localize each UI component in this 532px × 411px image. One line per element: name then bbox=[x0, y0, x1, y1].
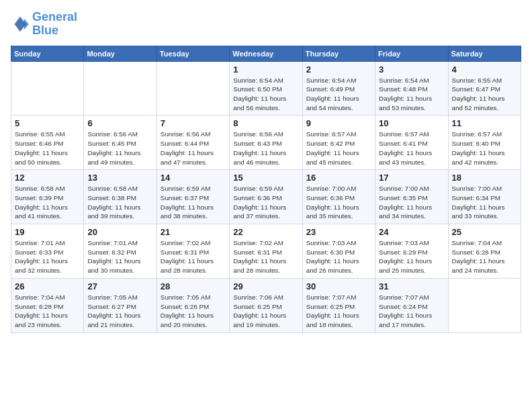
day-info: Sunrise: 6:54 AM Sunset: 6:48 PM Dayligh… bbox=[379, 76, 444, 113]
day-info: Sunrise: 7:07 AM Sunset: 6:25 PM Dayligh… bbox=[306, 293, 371, 330]
calendar-cell: 30Sunrise: 7:07 AM Sunset: 6:25 PM Dayli… bbox=[302, 278, 375, 332]
page-header: General Blue bbox=[11, 11, 521, 38]
day-number: 15 bbox=[233, 173, 298, 183]
day-number: 22 bbox=[233, 227, 298, 237]
logo-icon bbox=[11, 15, 30, 34]
day-info: Sunrise: 7:00 AM Sunset: 6:35 PM Dayligh… bbox=[379, 184, 444, 221]
day-number: 31 bbox=[379, 281, 444, 291]
weekday-header-tuesday: Tuesday bbox=[157, 46, 229, 61]
day-info: Sunrise: 7:03 AM Sunset: 6:30 PM Dayligh… bbox=[306, 238, 371, 275]
day-number: 4 bbox=[452, 64, 517, 75]
calendar-cell: 22Sunrise: 7:02 AM Sunset: 6:31 PM Dayli… bbox=[230, 224, 302, 279]
day-number: 10 bbox=[379, 118, 444, 128]
day-number: 5 bbox=[15, 118, 80, 128]
day-info: Sunrise: 6:59 AM Sunset: 6:36 PM Dayligh… bbox=[233, 184, 298, 221]
calendar-cell: 28Sunrise: 7:05 AM Sunset: 6:26 PM Dayli… bbox=[157, 278, 229, 332]
day-number: 24 bbox=[379, 227, 444, 237]
day-info: Sunrise: 6:55 AM Sunset: 6:46 PM Dayligh… bbox=[15, 130, 80, 167]
logo: General Blue bbox=[11, 11, 77, 38]
calendar-cell: 2Sunrise: 6:54 AM Sunset: 6:49 PM Daylig… bbox=[302, 61, 375, 116]
day-number: 21 bbox=[161, 227, 226, 237]
calendar-cell bbox=[448, 278, 521, 332]
day-info: Sunrise: 6:56 AM Sunset: 6:44 PM Dayligh… bbox=[161, 130, 226, 167]
calendar-cell: 3Sunrise: 6:54 AM Sunset: 6:48 PM Daylig… bbox=[375, 61, 448, 116]
weekday-header-monday: Monday bbox=[84, 46, 157, 61]
calendar-cell: 19Sunrise: 7:01 AM Sunset: 6:33 PM Dayli… bbox=[11, 224, 84, 279]
day-number: 11 bbox=[452, 118, 517, 128]
day-info: Sunrise: 6:56 AM Sunset: 6:43 PM Dayligh… bbox=[233, 130, 298, 167]
weekday-header-saturday: Saturday bbox=[448, 46, 521, 61]
day-info: Sunrise: 6:57 AM Sunset: 6:41 PM Dayligh… bbox=[379, 130, 444, 167]
calendar-cell: 1Sunrise: 6:54 AM Sunset: 6:50 PM Daylig… bbox=[230, 61, 302, 116]
day-number: 23 bbox=[306, 227, 371, 237]
day-info: Sunrise: 7:07 AM Sunset: 6:24 PM Dayligh… bbox=[379, 293, 444, 330]
day-info: Sunrise: 6:55 AM Sunset: 6:47 PM Dayligh… bbox=[452, 76, 517, 113]
day-number: 12 bbox=[15, 173, 80, 183]
day-info: Sunrise: 7:04 AM Sunset: 6:28 PM Dayligh… bbox=[15, 293, 80, 330]
day-info: Sunrise: 7:02 AM Sunset: 6:31 PM Dayligh… bbox=[233, 238, 298, 275]
calendar-cell: 20Sunrise: 7:01 AM Sunset: 6:32 PM Dayli… bbox=[84, 224, 157, 279]
calendar-cell: 17Sunrise: 7:00 AM Sunset: 6:35 PM Dayli… bbox=[375, 170, 448, 224]
calendar-cell: 8Sunrise: 6:56 AM Sunset: 6:43 PM Daylig… bbox=[230, 116, 302, 170]
day-info: Sunrise: 7:00 AM Sunset: 6:34 PM Dayligh… bbox=[452, 184, 517, 221]
day-info: Sunrise: 6:54 AM Sunset: 6:49 PM Dayligh… bbox=[306, 76, 371, 113]
day-info: Sunrise: 7:01 AM Sunset: 6:32 PM Dayligh… bbox=[87, 238, 152, 275]
day-info: Sunrise: 7:05 AM Sunset: 6:26 PM Dayligh… bbox=[161, 293, 226, 330]
calendar-cell: 24Sunrise: 7:03 AM Sunset: 6:29 PM Dayli… bbox=[375, 224, 448, 279]
day-number: 29 bbox=[233, 281, 298, 291]
day-info: Sunrise: 7:05 AM Sunset: 6:27 PM Dayligh… bbox=[87, 293, 152, 330]
day-number: 20 bbox=[87, 227, 152, 237]
day-info: Sunrise: 6:54 AM Sunset: 6:50 PM Dayligh… bbox=[233, 76, 298, 113]
calendar-cell: 23Sunrise: 7:03 AM Sunset: 6:30 PM Dayli… bbox=[302, 224, 375, 279]
day-info: Sunrise: 6:58 AM Sunset: 6:38 PM Dayligh… bbox=[87, 184, 152, 221]
calendar-cell bbox=[84, 61, 157, 116]
calendar-cell: 26Sunrise: 7:04 AM Sunset: 6:28 PM Dayli… bbox=[11, 278, 84, 332]
day-info: Sunrise: 6:57 AM Sunset: 6:42 PM Dayligh… bbox=[306, 130, 371, 167]
day-number: 26 bbox=[15, 281, 80, 291]
day-number: 30 bbox=[306, 281, 371, 291]
calendar-cell bbox=[157, 61, 229, 116]
day-number: 16 bbox=[306, 173, 371, 183]
day-number: 3 bbox=[379, 64, 444, 75]
day-number: 9 bbox=[306, 118, 371, 128]
calendar-cell: 7Sunrise: 6:56 AM Sunset: 6:44 PM Daylig… bbox=[157, 116, 229, 170]
day-info: Sunrise: 7:00 AM Sunset: 6:36 PM Dayligh… bbox=[306, 184, 371, 221]
day-number: 2 bbox=[306, 64, 371, 75]
day-info: Sunrise: 7:01 AM Sunset: 6:33 PM Dayligh… bbox=[15, 238, 80, 275]
day-number: 27 bbox=[87, 281, 152, 291]
calendar-cell: 4Sunrise: 6:55 AM Sunset: 6:47 PM Daylig… bbox=[448, 61, 521, 116]
calendar-cell: 12Sunrise: 6:58 AM Sunset: 6:39 PM Dayli… bbox=[11, 170, 84, 224]
day-info: Sunrise: 6:58 AM Sunset: 6:39 PM Dayligh… bbox=[15, 184, 80, 221]
calendar-cell: 18Sunrise: 7:00 AM Sunset: 6:34 PM Dayli… bbox=[448, 170, 521, 224]
calendar-cell: 11Sunrise: 6:57 AM Sunset: 6:40 PM Dayli… bbox=[448, 116, 521, 170]
calendar-cell: 16Sunrise: 7:00 AM Sunset: 6:36 PM Dayli… bbox=[302, 170, 375, 224]
calendar-cell: 5Sunrise: 6:55 AM Sunset: 6:46 PM Daylig… bbox=[11, 116, 84, 170]
day-info: Sunrise: 7:03 AM Sunset: 6:29 PM Dayligh… bbox=[379, 238, 444, 275]
day-number: 28 bbox=[161, 281, 226, 291]
calendar-cell: 21Sunrise: 7:02 AM Sunset: 6:31 PM Dayli… bbox=[157, 224, 229, 279]
calendar-cell: 31Sunrise: 7:07 AM Sunset: 6:24 PM Dayli… bbox=[375, 278, 448, 332]
calendar: SundayMondayTuesdayWednesdayThursdayFrid… bbox=[11, 46, 521, 333]
calendar-cell: 13Sunrise: 6:58 AM Sunset: 6:38 PM Dayli… bbox=[84, 170, 157, 224]
weekday-header-friday: Friday bbox=[375, 46, 448, 61]
day-number: 17 bbox=[379, 173, 444, 183]
calendar-cell: 14Sunrise: 6:59 AM Sunset: 6:37 PM Dayli… bbox=[157, 170, 229, 224]
calendar-cell: 15Sunrise: 6:59 AM Sunset: 6:36 PM Dayli… bbox=[230, 170, 302, 224]
calendar-cell: 6Sunrise: 6:56 AM Sunset: 6:45 PM Daylig… bbox=[84, 116, 157, 170]
day-info: Sunrise: 6:57 AM Sunset: 6:40 PM Dayligh… bbox=[452, 130, 517, 167]
logo-text: General Blue bbox=[32, 11, 77, 38]
weekday-header-sunday: Sunday bbox=[11, 46, 84, 61]
weekday-header-thursday: Thursday bbox=[302, 46, 375, 61]
calendar-cell: 27Sunrise: 7:05 AM Sunset: 6:27 PM Dayli… bbox=[84, 278, 157, 332]
day-number: 1 bbox=[233, 64, 298, 75]
day-number: 7 bbox=[161, 118, 226, 128]
calendar-cell bbox=[11, 61, 84, 116]
day-info: Sunrise: 7:04 AM Sunset: 6:28 PM Dayligh… bbox=[452, 238, 517, 275]
day-number: 13 bbox=[87, 173, 152, 183]
calendar-cell: 10Sunrise: 6:57 AM Sunset: 6:41 PM Dayli… bbox=[375, 116, 448, 170]
day-number: 18 bbox=[452, 173, 517, 183]
calendar-cell: 9Sunrise: 6:57 AM Sunset: 6:42 PM Daylig… bbox=[302, 116, 375, 170]
day-number: 19 bbox=[15, 227, 80, 237]
day-info: Sunrise: 6:56 AM Sunset: 6:45 PM Dayligh… bbox=[87, 130, 152, 167]
day-info: Sunrise: 7:02 AM Sunset: 6:31 PM Dayligh… bbox=[161, 238, 226, 275]
